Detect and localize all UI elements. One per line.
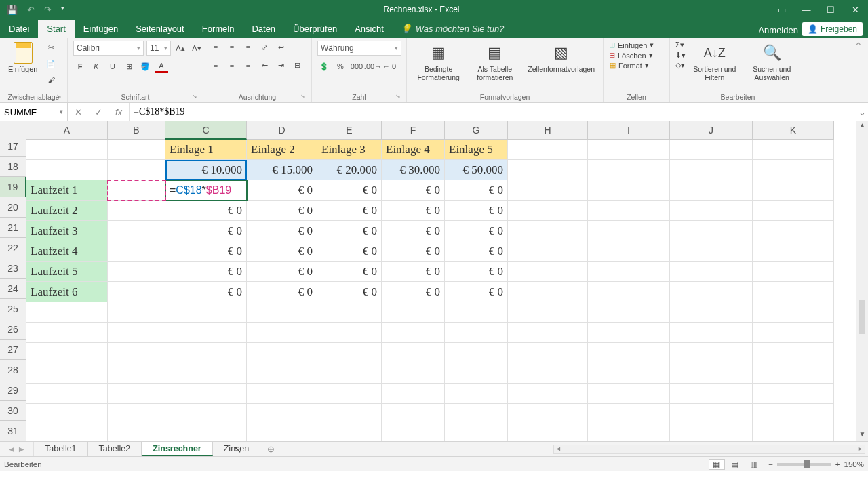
cell-C22[interactable]: € 0 xyxy=(165,241,247,262)
italic-button[interactable]: K xyxy=(90,60,103,73)
tab-daten[interactable]: Daten xyxy=(243,20,284,38)
tell-me[interactable]: 💡Was möchten Sie tun? xyxy=(393,20,513,38)
cell-D24[interactable]: € 0 xyxy=(247,282,317,302)
sheet-tab-zinsen[interactable]: Zinsen↖ xyxy=(213,442,261,456)
row-header-19[interactable]: 19 xyxy=(0,177,26,197)
cell-D29[interactable] xyxy=(247,384,317,404)
redo-icon[interactable]: ↷ xyxy=(44,5,52,15)
cell-K19[interactable] xyxy=(753,180,834,201)
cell-H26[interactable] xyxy=(508,323,588,343)
cell-K18[interactable] xyxy=(753,160,834,180)
cell-B28[interactable] xyxy=(108,363,165,384)
row-header-29[interactable]: 29 xyxy=(0,380,26,401)
cell-B17[interactable] xyxy=(108,140,165,160)
bold-button[interactable]: F xyxy=(73,60,87,73)
row-header-23[interactable]: 23 xyxy=(0,258,26,279)
cell-A30[interactable] xyxy=(26,404,108,424)
cell-K27[interactable] xyxy=(753,343,834,363)
format-painter-icon[interactable]: 🖌 xyxy=(44,73,58,87)
cell-G23[interactable]: € 0 xyxy=(445,262,508,282)
page-layout-view-icon[interactable]: ▤ xyxy=(727,459,743,470)
cell-D26[interactable] xyxy=(247,323,317,343)
cell-B27[interactable] xyxy=(108,343,165,363)
dialog-launcher-icon[interactable]: ↘ xyxy=(56,93,62,100)
cell-E23[interactable]: € 0 xyxy=(317,262,382,282)
cell-A24[interactable]: Laufzeit 6 xyxy=(26,282,108,302)
cell-I22[interactable] xyxy=(588,241,670,262)
cell-K23[interactable] xyxy=(753,262,834,282)
align-center-icon[interactable]: ≡ xyxy=(225,58,239,72)
scroll-thumb[interactable] xyxy=(859,300,865,334)
cell-C26[interactable] xyxy=(165,323,247,343)
cell-H24[interactable] xyxy=(508,282,588,302)
cell-F24[interactable]: € 0 xyxy=(382,282,445,302)
number-format-combo[interactable]: Währung xyxy=(317,41,401,56)
cell-J26[interactable] xyxy=(670,323,753,343)
cancel-icon[interactable]: ✕ xyxy=(68,107,88,117)
fill-icon[interactable]: ⬇▾ xyxy=(675,51,686,60)
cell-D23[interactable]: € 0 xyxy=(247,262,317,282)
cell-B18[interactable] xyxy=(108,160,165,180)
column-header-I[interactable]: I xyxy=(588,121,670,140)
cell-D27[interactable] xyxy=(247,343,317,363)
select-all-button[interactable] xyxy=(0,121,26,136)
cell-D31[interactable] xyxy=(247,424,317,441)
cell-K30[interactable] xyxy=(753,404,834,424)
sign-in-link[interactable]: Anmelden xyxy=(758,25,798,35)
cell-E30[interactable] xyxy=(317,404,382,424)
row-header-21[interactable]: 21 xyxy=(0,218,26,238)
cell-J29[interactable] xyxy=(670,384,753,404)
cell-D18[interactable]: € 15.000 xyxy=(247,160,317,180)
normal-view-icon[interactable]: ▦ xyxy=(709,459,725,470)
cell-E17[interactable]: Einlage 3 xyxy=(317,140,382,160)
cell-C17[interactable]: Einlage 1 xyxy=(165,140,247,160)
cell-F30[interactable] xyxy=(382,404,445,424)
cell-B23[interactable] xyxy=(108,262,165,282)
cell-I24[interactable] xyxy=(588,282,670,302)
cell-H18[interactable] xyxy=(508,160,588,180)
cell-B30[interactable] xyxy=(108,404,165,424)
cell-A23[interactable]: Laufzeit 5 xyxy=(26,262,108,282)
cell-B19[interactable] xyxy=(108,180,165,201)
cell-C28[interactable] xyxy=(165,363,247,384)
cell-A22[interactable]: Laufzeit 4 xyxy=(26,241,108,262)
increase-indent-icon[interactable]: ⇥ xyxy=(274,58,288,72)
cell-D22[interactable]: € 0 xyxy=(247,241,317,262)
cell-K21[interactable] xyxy=(753,221,834,241)
align-bottom-icon[interactable]: ≡ xyxy=(241,41,255,54)
currency-icon[interactable]: 💲 xyxy=(317,60,331,73)
tab-seitenlayout[interactable]: Seitenlayout xyxy=(127,20,193,38)
shrink-font-icon[interactable]: A▾ xyxy=(190,41,203,55)
dialog-launcher-icon[interactable]: ↘ xyxy=(192,93,197,100)
cell-B24[interactable] xyxy=(108,282,165,302)
cell-K31[interactable] xyxy=(753,424,834,441)
clear-icon[interactable]: ◇▾ xyxy=(675,61,686,70)
cell-C19[interactable]: =C$18*$B19 xyxy=(165,180,247,201)
cell-F20[interactable]: € 0 xyxy=(382,201,445,221)
cell-C24[interactable]: € 0 xyxy=(165,282,247,302)
cell-B26[interactable] xyxy=(108,323,165,343)
cell-E21[interactable]: € 0 xyxy=(317,221,382,241)
increase-decimal-icon[interactable]: .00→ xyxy=(366,60,380,73)
horizontal-scrollbar[interactable] xyxy=(551,442,868,456)
cell-H28[interactable] xyxy=(508,363,588,384)
cell-I31[interactable] xyxy=(588,424,670,441)
cell-J31[interactable] xyxy=(670,424,753,441)
cell-D30[interactable] xyxy=(247,404,317,424)
comma-icon[interactable]: 000 xyxy=(350,60,363,73)
cell-I30[interactable] xyxy=(588,404,670,424)
conditional-formatting-button[interactable]: ▦Bedingte Formatierung xyxy=(412,41,465,83)
cell-B21[interactable] xyxy=(108,221,165,241)
cell-K20[interactable] xyxy=(753,201,834,221)
maximize-icon[interactable]: ☐ xyxy=(821,5,841,15)
cell-C23[interactable]: € 0 xyxy=(165,262,247,282)
format-as-table-button[interactable]: ▤Als Tabelle formatieren xyxy=(469,41,521,83)
tab-datei[interactable]: Datei xyxy=(0,20,38,38)
column-header-K[interactable]: K xyxy=(753,121,834,140)
name-box[interactable]: SUMME xyxy=(0,103,68,121)
cell-J24[interactable] xyxy=(670,282,753,302)
cell-E24[interactable]: € 0 xyxy=(317,282,382,302)
cell-H21[interactable] xyxy=(508,221,588,241)
grow-font-icon[interactable]: A▴ xyxy=(174,41,187,55)
cell-A25[interactable] xyxy=(26,302,108,323)
